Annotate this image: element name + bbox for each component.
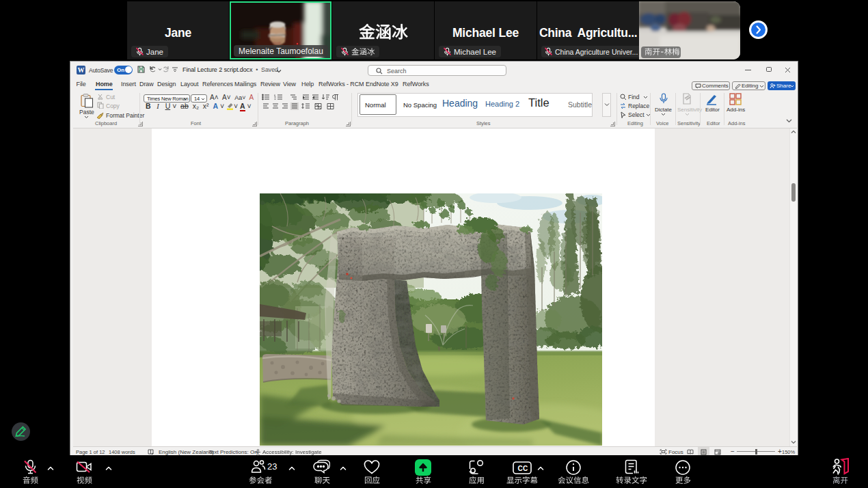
svg-text:C: C [518, 465, 523, 472]
svg-text:C: C [523, 465, 528, 472]
svg-text:W: W [78, 66, 85, 74]
